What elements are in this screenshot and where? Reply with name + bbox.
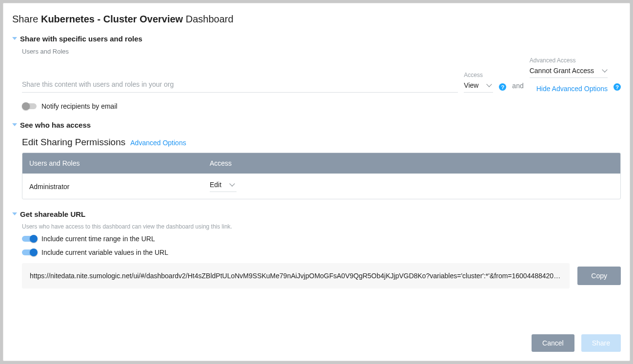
notify-email-toggle[interactable] [22,103,37,109]
users-roles-label: Users and Roles [22,48,621,55]
access-select[interactable]: View [464,81,493,93]
shareable-url-hint: Users who have access to this dashboard … [22,223,621,230]
include-time-range-toggle[interactable] [22,236,37,242]
title-prefix: Share [12,14,41,24]
and-label: and [512,82,523,93]
cancel-button[interactable]: Cancel [532,334,574,352]
share-button[interactable]: Share [581,334,621,352]
include-time-range-label: Include current time range in the URL [41,235,155,243]
hide-advanced-options-link[interactable]: Hide Advanced Options [536,85,608,93]
access-column: Access View [464,72,493,93]
edit-permissions-title: Edit Sharing Permissions [22,137,125,148]
users-roles-input[interactable] [22,76,458,93]
caret-down-icon [12,123,17,127]
chevron-down-icon [487,81,492,87]
help-icon[interactable]: ? [499,83,506,91]
include-variables-label: Include current variable values in the U… [41,249,168,256]
dialog-title: Share Kubernetes - Cluster Overview Dash… [12,12,621,26]
access-value: View [464,81,478,89]
section-title: Share with specific users and roles [20,35,142,43]
row-user-name: Administrator [22,176,203,197]
section-title: See who has access [20,121,91,129]
row-access-value: Edit [210,181,221,189]
see-who-has-access-section: See who has access Edit Sharing Permissi… [12,121,621,199]
users-roles-field-wrap [22,76,458,93]
advanced-access-column: Advanced Access Cannot Grant Access [530,57,608,78]
share-with-users-toggle[interactable]: Share with specific users and roles [12,35,621,43]
caret-down-icon [12,37,17,41]
advanced-options-link[interactable]: Advanced Options [130,139,186,147]
table-header: Users and Roles Access [22,153,620,173]
notify-email-label: Notify recipients by email [41,102,118,110]
permissions-table: Users and Roles Access Administrator Edi… [22,153,621,199]
col-users-roles: Users and Roles [22,153,203,173]
chevron-down-icon [229,181,235,186]
section-title: Get shareable URL [20,210,85,218]
help-icon[interactable]: ? [613,83,621,91]
shareable-url-toggle[interactable]: Get shareable URL [12,210,621,218]
advanced-access-select[interactable]: Cannot Grant Access [530,67,608,78]
include-variables-toggle[interactable] [22,249,37,255]
advanced-access-label: Advanced Access [530,57,608,64]
chevron-down-icon [602,67,607,72]
title-suffix: Dashboard [183,14,233,24]
col-access: Access [203,153,620,173]
access-label: Access [464,72,493,78]
copy-url-button[interactable]: Copy [577,267,621,285]
title-dashboard-name: Kubernetes - Cluster Overview [41,14,183,24]
share-dialog: Share Kubernetes - Cluster Overview Dash… [3,3,630,361]
shareable-url-section: Get shareable URL Users who have access … [12,210,621,288]
table-row: Administrator Edit [22,173,620,199]
advanced-access-value: Cannot Grant Access [530,67,594,75]
caret-down-icon [12,212,17,216]
row-access-select[interactable]: Edit [210,181,237,192]
dialog-footer: Cancel Share [3,326,630,361]
shareable-url-value[interactable]: https://nitedata.nite.sumologic.net/ui/#… [22,263,570,288]
share-with-users-section: Share with specific users and roles User… [12,35,621,110]
see-who-has-access-toggle[interactable]: See who has access [12,121,621,129]
